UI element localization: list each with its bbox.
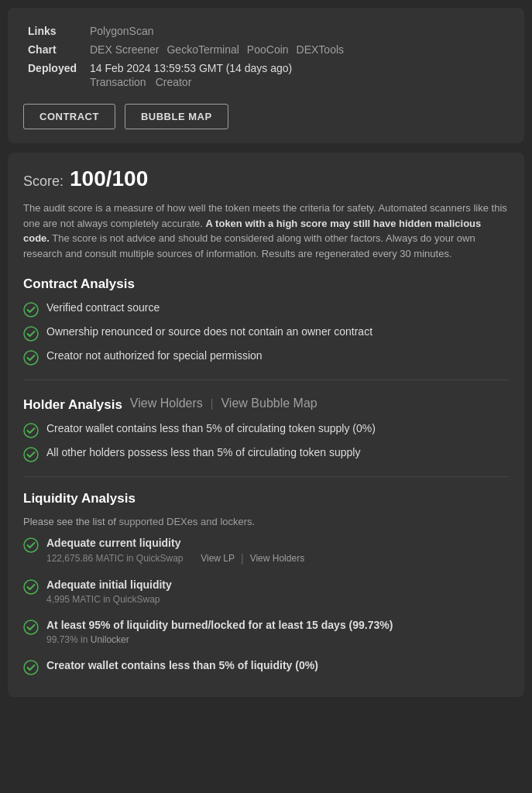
polygonscan-link[interactable]: PolygonScan xyxy=(90,25,154,37)
pipe-1: | xyxy=(211,397,214,410)
svg-point-6 xyxy=(24,580,38,594)
links-cell: PolygonScan xyxy=(85,22,509,40)
chart-links-cell: DEX Screener GeckoTerminal PooCoin DEXTo… xyxy=(85,40,509,59)
sub-links-row: Transaction Creator xyxy=(90,74,504,88)
svg-point-8 xyxy=(24,661,38,675)
chart-label: Chart xyxy=(23,40,85,59)
check-label-7: Adequate initial liquidity xyxy=(46,578,172,591)
deployed-date: 14 Feb 2024 13:59:53 GMT (14 days ago) xyxy=(90,62,292,74)
check-label-2: Ownership renounced or source does not c… xyxy=(46,325,372,338)
score-description: The audit score is a measure of how well… xyxy=(23,201,509,261)
svg-point-3 xyxy=(24,424,38,438)
check-label-1: Verified contract source xyxy=(46,301,160,314)
view-lp-link[interactable]: View LP xyxy=(201,553,235,564)
deployed-cell: 14 Feb 2024 13:59:53 GMT (14 days ago) T… xyxy=(85,59,509,91)
deployed-row: Deployed 14 Feb 2024 13:59:53 GMT (14 da… xyxy=(23,59,509,91)
check-icon-4 xyxy=(23,423,39,438)
check-creator-wallet-supply: Creator wallet contains less than 5% of … xyxy=(23,422,509,438)
check-label-9: Creator wallet contains less than 5% of … xyxy=(46,659,318,671)
check-icon-3 xyxy=(23,350,39,366)
check-icon-5 xyxy=(23,447,39,462)
bubble-map-button[interactable]: BUBBLE MAP xyxy=(125,104,228,129)
score-label: Score: xyxy=(23,173,63,189)
holder-analysis-title: Holder Analysis xyxy=(23,397,122,413)
check-label-5: All other holders possess less than 5% o… xyxy=(46,446,360,458)
current-liquidity-sub: 122,675.86 MATIC in QuickSwap View LP | … xyxy=(46,552,304,565)
supported-dexes-link[interactable]: supported DEXes and lockers xyxy=(119,516,252,527)
action-buttons: CONTRACT BUBBLE MAP xyxy=(23,104,509,129)
check-creator-not-authorized: Creator not authorized for special permi… xyxy=(23,349,509,366)
check-current-liquidity-content: Adequate current liquidity 122,675.86 MA… xyxy=(46,537,304,571)
check-icon-9 xyxy=(23,660,39,675)
check-adequate-current-liquidity: Adequate current liquidity 122,675.86 MA… xyxy=(23,537,509,571)
check-icon-1 xyxy=(23,302,39,318)
contract-button[interactable]: CONTRACT xyxy=(23,104,115,129)
check-verified-source: Verified contract source xyxy=(23,301,509,318)
check-adequate-initial-liquidity: Adequate initial liquidity 4,995 MATIC i… xyxy=(23,578,509,611)
current-liquidity-amount: 122,675.86 MATIC in QuickSwap xyxy=(46,553,184,564)
score-heading: Score:100/100 xyxy=(23,166,509,191)
svg-point-2 xyxy=(24,351,38,365)
initial-liquidity-amount: 4,995 MATIC in QuickSwap xyxy=(46,594,160,605)
links-row: Links PolygonScan xyxy=(23,22,509,40)
burned-sub: 99.73% in Unilocker xyxy=(46,634,393,645)
check-label-3: Creator not authorized for special permi… xyxy=(46,349,263,362)
deployed-label: Deployed xyxy=(23,59,85,91)
liquidity-note-end: . xyxy=(252,516,256,527)
burned-percent: 99.73% in xyxy=(46,634,91,645)
svg-point-7 xyxy=(24,620,38,634)
poocoin-link[interactable]: PooCoin xyxy=(247,43,289,56)
liquidity-note: Please see the list of supported DEXes a… xyxy=(23,516,509,527)
check-burned-content: At least 95% of liquidity burned/locked … xyxy=(46,619,393,651)
svg-point-4 xyxy=(24,448,38,462)
links-label: Links xyxy=(23,22,85,40)
unilocker-link[interactable]: Unilocker xyxy=(91,634,129,645)
svg-point-5 xyxy=(24,538,38,552)
transaction-link[interactable]: Transaction xyxy=(90,76,146,88)
view-holders-lp-link[interactable]: View Holders xyxy=(250,553,304,564)
check-initial-liquidity-content: Adequate initial liquidity 4,995 MATIC i… xyxy=(46,578,172,611)
svg-point-1 xyxy=(24,327,38,341)
gecko-terminal-link[interactable]: GeckoTerminal xyxy=(166,43,239,56)
view-bubble-map-link[interactable]: View Bubble Map xyxy=(221,396,317,410)
dextools-link[interactable]: DEXTools xyxy=(297,43,344,56)
holder-analysis-header: Holder Analysis View Holders | View Bubb… xyxy=(23,394,509,413)
check-all-holders-supply: All other holders possess less than 5% o… xyxy=(23,446,509,462)
check-icon-6 xyxy=(23,537,39,553)
check-liquidity-burned: At least 95% of liquidity burned/locked … xyxy=(23,619,509,651)
score-value: 100/100 xyxy=(70,166,148,191)
dex-screener-link[interactable]: DEX Screener xyxy=(90,43,159,56)
check-ownership-renounced: Ownership renounced or source does not c… xyxy=(23,325,509,342)
divider-2 xyxy=(23,476,509,477)
liquidity-analysis-title: Liquidity Analysis xyxy=(23,491,509,506)
score-desc-end: The score is not advice and should be co… xyxy=(23,232,475,259)
contract-analysis-title: Contract Analysis xyxy=(23,276,509,292)
chart-row: Chart DEX Screener GeckoTerminal PooCoin… xyxy=(23,40,509,59)
initial-liquidity-sub: 4,995 MATIC in QuickSwap xyxy=(46,594,172,605)
pipe-2: | xyxy=(241,552,244,565)
liquidity-note-start: Please see the list of xyxy=(23,516,119,527)
creator-link[interactable]: Creator xyxy=(156,76,192,88)
score-card: Score:100/100 The audit score is a measu… xyxy=(8,153,524,697)
top-info-card: Links PolygonScan Chart DEX Screener Gec… xyxy=(8,8,524,143)
info-table: Links PolygonScan Chart DEX Screener Gec… xyxy=(23,22,509,91)
view-holders-link[interactable]: View Holders xyxy=(130,396,203,410)
svg-point-0 xyxy=(24,303,38,317)
check-label-6: Adequate current liquidity xyxy=(46,537,304,549)
divider-1 xyxy=(23,379,509,380)
check-icon-7 xyxy=(23,579,39,595)
check-label-8: At least 95% of liquidity burned/locked … xyxy=(46,619,393,631)
check-icon-8 xyxy=(23,620,39,635)
check-label-4: Creator wallet contains less than 5% of … xyxy=(46,422,376,434)
check-icon-2 xyxy=(23,326,39,342)
check-creator-wallet-liquidity: Creator wallet contains less than 5% of … xyxy=(23,659,509,675)
